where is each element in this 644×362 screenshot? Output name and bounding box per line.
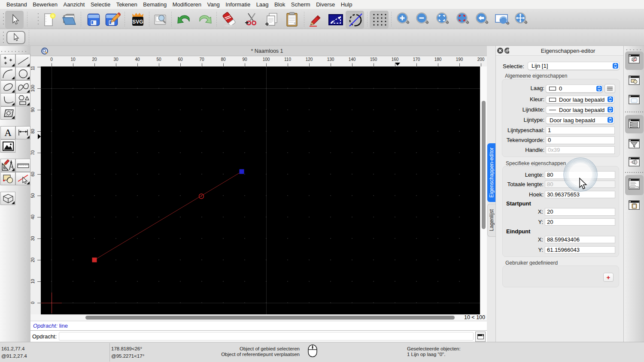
svg-text:70: 70 [30, 150, 35, 155]
svg-text:180: 180 [434, 57, 442, 62]
svg-text:140: 140 [349, 57, 356, 62]
svg-text:60: 60 [30, 172, 35, 177]
svg-text:10: 10 [30, 279, 35, 284]
svg-text:130: 130 [327, 57, 334, 62]
svg-text:40: 40 [135, 57, 140, 62]
svg-text:70: 70 [199, 57, 204, 62]
svg-text:40: 40 [30, 214, 35, 220]
svg-text:20: 20 [30, 257, 35, 262]
svg-text:100: 100 [30, 84, 35, 92]
svg-text:80: 80 [221, 57, 226, 62]
svg-text:90: 90 [30, 107, 35, 112]
svg-text:0: 0 [30, 302, 35, 304]
svg-text:50: 50 [156, 57, 161, 62]
svg-text:30: 30 [113, 57, 118, 62]
svg-text:110: 110 [284, 57, 291, 62]
svg-text:10: 10 [70, 57, 76, 62]
svg-text:0: 0 [50, 57, 53, 62]
svg-text:160: 160 [392, 57, 399, 62]
svg-text:90: 90 [242, 57, 247, 62]
svg-text:20: 20 [92, 57, 97, 62]
svg-text:100: 100 [263, 57, 270, 62]
svg-text:190: 190 [456, 57, 463, 62]
svg-text:170: 170 [413, 57, 420, 62]
svg-text:120: 120 [306, 57, 313, 62]
svg-text:200: 200 [477, 57, 485, 62]
svg-text:60: 60 [178, 57, 183, 62]
svg-text:150: 150 [370, 57, 377, 62]
svg-text:30: 30 [30, 236, 35, 241]
svg-text:110: 110 [30, 66, 35, 70]
svg-text:SVG: SVG [132, 19, 143, 25]
svg-text:80: 80 [30, 129, 35, 134]
svg-text:50: 50 [30, 193, 35, 198]
